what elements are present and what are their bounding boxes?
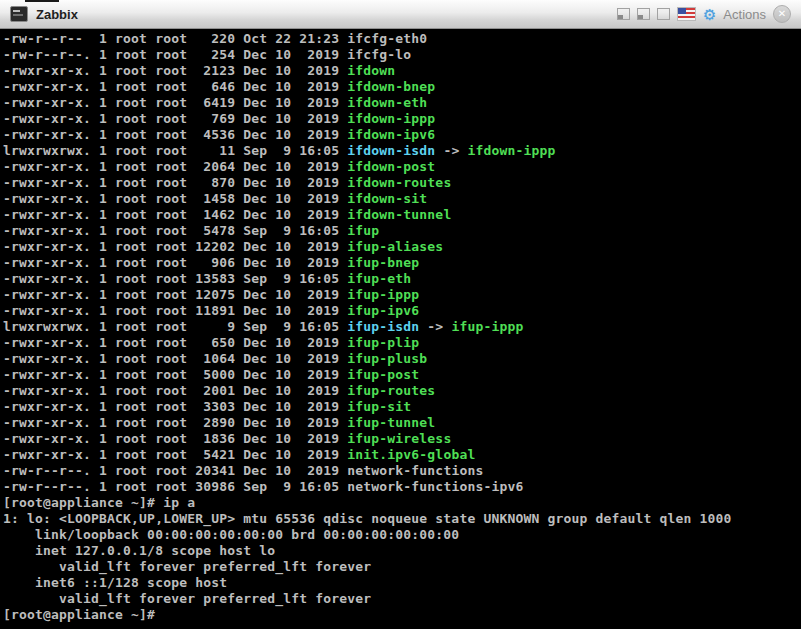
terminal-line: lrwxrwxrwx. 1 root root 9 Sep 9 16:05 if… [3, 319, 801, 335]
terminal-line: inet 127.0.0.1/8 scope host lo [3, 543, 801, 559]
terminal-line: [root@appliance ~]# [3, 607, 801, 623]
terminal-line: -rwxr-xr-x. 1 root root 5421 Dec 10 2019… [3, 447, 801, 463]
actions-menu-button[interactable]: Actions [723, 7, 766, 22]
terminal-line: -rwxr-xr-x. 1 root root 5000 Dec 10 2019… [3, 367, 801, 383]
terminal-line: -rwxr-xr-x. 1 root root 4536 Dec 10 2019… [3, 127, 801, 143]
terminal-line: -rwxr-xr-x. 1 root root 12202 Dec 10 201… [3, 239, 801, 255]
terminal-line: inet6 ::1/128 scope host [3, 575, 801, 591]
terminal-line: link/loopback 00:00:00:00:00:00 brd 00:0… [3, 527, 801, 543]
terminal-line: -rwxr-xr-x. 1 root root 650 Dec 10 2019 … [3, 335, 801, 351]
terminal-line: -rwxr-xr-x. 1 root root 2123 Dec 10 2019… [3, 63, 801, 79]
terminal-line: -rwxr-xr-x. 1 root root 769 Dec 10 2019 … [3, 111, 801, 127]
terminal-line: valid_lft forever preferred_lft forever [3, 591, 801, 607]
terminal-line: -rwxr-xr-x. 1 root root 5478 Sep 9 16:05… [3, 223, 801, 239]
keyboard-language-flag-icon[interactable] [677, 7, 696, 21]
terminal-line: -rwxr-xr-x. 1 root root 1836 Dec 10 2019… [3, 431, 801, 447]
terminal-line: -rw-r--r--. 1 root root 20341 Dec 10 201… [3, 463, 801, 479]
terminal-line: -rw-r--r--. 1 root root 254 Dec 10 2019 … [3, 47, 801, 63]
terminal-line: -rwxr-xr-x. 1 root root 6419 Dec 10 2019… [3, 95, 801, 111]
terminal-line: -rwxr-xr-x. 1 root root 12075 Dec 10 201… [3, 287, 801, 303]
terminal-line: -rwxr-xr-x. 1 root root 646 Dec 10 2019 … [3, 79, 801, 95]
titlebar-controls: ⚙ Actions ✕ [617, 5, 801, 23]
terminal-line: -rwxr-xr-x. 1 root root 906 Dec 10 2019 … [3, 255, 801, 271]
terminal-line: -rwxr-xr-x. 1 root root 13583 Sep 9 16:0… [3, 271, 801, 287]
terminal-line: -rwxr-xr-x. 1 root root 2064 Dec 10 2019… [3, 159, 801, 175]
terminal-line: -rwxr-xr-x. 1 root root 3303 Dec 10 2019… [3, 399, 801, 415]
terminal-line: -rwxr-xr-x. 1 root root 11891 Dec 10 201… [3, 303, 801, 319]
terminal-line: -rwxr-xr-x. 1 root root 2890 Dec 10 2019… [3, 415, 801, 431]
titlebar: Zabbix ⚙ Actions ✕ [0, 0, 801, 29]
top-notch [25, 0, 59, 2]
terminal-line: [root@appliance ~]# ip a [3, 495, 801, 511]
terminal-line: -rwxr-xr-x. 1 root root 1064 Dec 10 2019… [3, 351, 801, 367]
terminal-line: -rwxr-xr-x. 1 root root 1458 Dec 10 2019… [3, 191, 801, 207]
terminal-line: valid_lft forever preferred_lft forever [3, 559, 801, 575]
gear-icon[interactable]: ⚙ [703, 7, 716, 22]
window-title: Zabbix [36, 7, 78, 22]
terminal-line: -rwxr-xr-x. 1 root root 1462 Dec 10 2019… [3, 207, 801, 223]
window-minimize-icon[interactable] [637, 8, 650, 20]
window-restore-icon[interactable] [617, 8, 630, 20]
terminal-line: lrwxrwxrwx. 1 root root 11 Sep 9 16:05 i… [3, 143, 801, 159]
terminal-line: -rw-r--r-- 1 root root 220 Oct 22 21:23 … [3, 31, 801, 47]
terminal-line: -rwxr-xr-x. 1 root root 2001 Dec 10 2019… [3, 383, 801, 399]
terminal-line: -rwxr-xr-x. 1 root root 870 Dec 10 2019 … [3, 175, 801, 191]
console-window: Zabbix ⚙ Actions ✕ -rw-r--r-- 1 root roo… [0, 0, 801, 629]
terminal-output[interactable]: -rw-r--r-- 1 root root 220 Oct 22 21:23 … [0, 29, 801, 629]
terminal-line: 1: lo: <LOOPBACK,UP,LOWER_UP> mtu 65536 … [3, 511, 801, 527]
terminal-line: -rw-r--r--. 1 root root 30986 Sep 9 16:0… [3, 479, 801, 495]
close-icon[interactable]: ✕ [773, 5, 791, 23]
window-maximize-icon[interactable] [657, 8, 670, 20]
console-app-icon [10, 6, 28, 22]
